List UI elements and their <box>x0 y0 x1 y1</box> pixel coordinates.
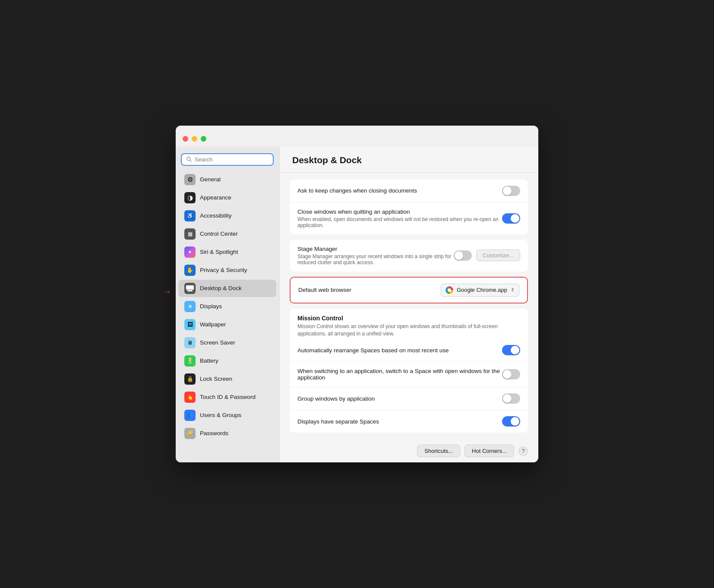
svg-rect-2 <box>186 285 194 290</box>
maximize-button[interactable] <box>201 136 206 142</box>
window-content: ⚙ General ◑ Appearance ♿ Accessibility ▦… <box>176 146 538 463</box>
titlebar <box>176 126 538 146</box>
sidebar-item-label: Desktop & Dock <box>200 285 242 291</box>
toggle-knob <box>455 251 463 260</box>
sidebar-item-label: Privacy & Security <box>200 267 247 273</box>
stage-manager-row: Stage Manager Stage Manager arranges you… <box>290 240 528 272</box>
page-title: Desktop & Dock <box>292 155 525 165</box>
sidebar-item-label: Lock Screen <box>200 376 232 382</box>
sidebar-item-label: Touch ID & Password <box>200 394 256 400</box>
mission-control-description: Mission Control shows an overview of you… <box>297 323 520 338</box>
search-input[interactable] <box>195 156 269 163</box>
default-browser-row: Default web browser Google Chrome.app ⇕ <box>291 278 527 303</box>
close-windows-label-group: Close windows when quitting an applicati… <box>297 209 502 228</box>
mission-control-title: Mission Control <box>297 315 520 322</box>
close-button[interactable] <box>183 136 188 142</box>
general-icon: ⚙ <box>184 174 196 185</box>
auto-rearrange-toggle[interactable] <box>502 345 520 355</box>
group-windows-label: Group windows by application <box>297 395 502 402</box>
sidebar-item-displays[interactable]: ☀ Displays <box>178 298 276 315</box>
sidebar-item-appearance[interactable]: ◑ Appearance <box>178 189 276 206</box>
default-browser-card: Default web browser Google Chrome.app ⇕ <box>290 277 528 303</box>
sidebar-item-label: Siri & Spotlight <box>200 249 238 255</box>
toggle-knob <box>511 346 519 354</box>
customize-button[interactable]: Customize... <box>476 250 520 261</box>
sidebar-item-accessibility[interactable]: ♿ Accessibility <box>178 207 276 224</box>
sidebar-item-wallpaper[interactable]: 🖼 Wallpaper <box>178 316 276 333</box>
auto-rearrange-row: Automatically rearrange Spaces based on … <box>290 339 528 362</box>
hot-corners-button[interactable]: Hot Corners... <box>464 445 514 457</box>
sidebar-item-label: Control Center <box>200 231 238 237</box>
search-icon <box>186 156 192 162</box>
help-button[interactable]: ? <box>518 446 528 456</box>
toggle-knob <box>503 394 512 403</box>
main-header: Desktop & Dock <box>279 146 538 173</box>
sidebar-item-desktop-dock[interactable]: Desktop & Dock <box>178 280 276 297</box>
sidebar-item-siri[interactable]: ✦ Siri & Spotlight <box>178 243 276 261</box>
ask-keep-changes-row: Ask to keep changes when closing documen… <box>290 180 528 202</box>
sidebar-item-users[interactable]: 👥 Users & Groups <box>178 407 276 424</box>
shortcuts-button[interactable]: Shortcuts... <box>417 445 460 457</box>
toggle-knob <box>503 370 512 379</box>
sidebar-item-touch-id[interactable]: 👆 Touch ID & Password <box>178 389 276 406</box>
stage-manager-card: Stage Manager Stage Manager arranges you… <box>290 240 528 272</box>
svg-line-1 <box>190 160 192 162</box>
close-windows-sublabel: When enabled, open documents and windows… <box>297 216 502 228</box>
passwords-icon: 🔑 <box>184 428 196 439</box>
sidebar-item-label: Passwords <box>200 430 228 436</box>
system-preferences-window: ⚙ General ◑ Appearance ♿ Accessibility ▦… <box>176 126 538 463</box>
group-windows-toggle[interactable] <box>502 393 520 404</box>
sidebar-item-control-center[interactable]: ▦ Control Center <box>178 225 276 243</box>
siri-icon: ✦ <box>184 247 196 258</box>
stage-manager-sublabel: Stage Manager arranges your recent windo… <box>297 253 454 266</box>
wallpaper-icon: 🖼 <box>184 319 196 330</box>
screen-saver-icon: 🖥 <box>184 337 196 348</box>
sidebar-item-screen-saver[interactable]: 🖥 Screen Saver <box>178 334 276 351</box>
search-box[interactable] <box>181 153 274 166</box>
chrome-icon-inner <box>448 288 451 292</box>
sidebar-item-label: Appearance <box>200 194 231 201</box>
browser-name: Google Chrome.app <box>457 287 507 293</box>
search-container <box>176 152 279 170</box>
auto-rearrange-label: Automatically rearrange Spaces based on … <box>297 347 502 354</box>
sidebar-item-general[interactable]: ⚙ General <box>178 171 276 188</box>
stage-manager-toggle[interactable] <box>454 250 472 261</box>
battery-icon: 🔋 <box>184 355 196 367</box>
ask-keep-changes-label: Ask to keep changes when closing documen… <box>297 187 502 194</box>
separate-spaces-label: Displays have separate Spaces <box>297 418 502 425</box>
main-content: Desktop & Dock Ask to keep changes when … <box>279 146 538 463</box>
sidebar-item-label: Wallpaper <box>200 321 226 328</box>
browser-selector[interactable]: Google Chrome.app ⇕ <box>441 284 519 297</box>
close-windows-toggle[interactable] <box>502 213 520 224</box>
selection-arrow: → <box>163 287 171 296</box>
documents-card: Ask to keep changes when closing documen… <box>290 180 528 234</box>
main-body: Ask to keep changes when closing documen… <box>279 173 538 440</box>
toggle-knob <box>511 214 519 223</box>
stage-manager-controls: Customize... <box>454 250 520 261</box>
sidebar-item-label: Screen Saver <box>200 339 235 346</box>
chevron-updown-icon: ⇕ <box>511 287 515 293</box>
chrome-icon <box>445 286 453 294</box>
touch-id-icon: 👆 <box>184 392 196 403</box>
sidebar-item-privacy[interactable]: ✋ Privacy & Security <box>178 262 276 279</box>
ask-keep-changes-toggle[interactable] <box>502 186 520 196</box>
minimize-button[interactable] <box>192 136 197 142</box>
close-windows-label: Close windows when quitting an applicati… <box>297 209 502 215</box>
sidebar-item-battery[interactable]: 🔋 Battery <box>178 352 276 370</box>
stage-manager-label: Stage Manager <box>297 246 454 252</box>
separate-spaces-row: Displays have separate Spaces <box>290 410 528 433</box>
sidebar-item-label: Displays <box>200 303 222 310</box>
sidebar-item-lock-screen[interactable]: 🔒 Lock Screen <box>178 370 276 388</box>
close-windows-row: Close windows when quitting an applicati… <box>290 202 528 234</box>
mission-control-card: Mission Control Mission Control shows an… <box>290 309 528 433</box>
sidebar-item-label: Accessibility <box>200 212 232 219</box>
sidebar-item-passwords[interactable]: 🔑 Passwords <box>178 425 276 442</box>
sidebar-item-label: Users & Groups <box>200 412 241 418</box>
separate-spaces-toggle[interactable] <box>502 416 520 427</box>
sidebar-item-label: General <box>200 176 221 183</box>
bottom-bar: Shortcuts... Hot Corners... ? <box>279 439 538 462</box>
switch-space-toggle[interactable] <box>502 369 520 379</box>
svg-rect-3 <box>187 290 193 291</box>
desktop-dock-icon <box>184 283 196 294</box>
default-browser-label: Default web browser <box>298 287 351 293</box>
